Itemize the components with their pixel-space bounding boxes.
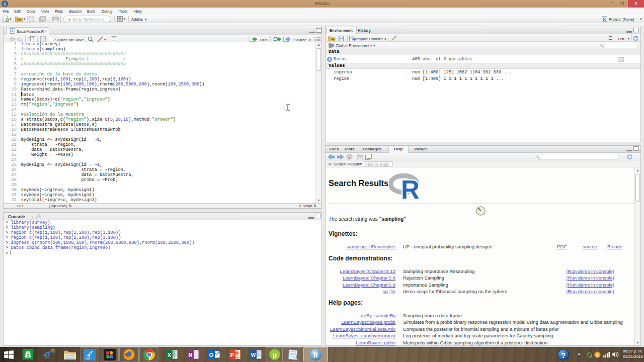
- svg-text:O: O: [209, 352, 214, 358]
- svg-text:R: R: [313, 351, 318, 359]
- svg-text:?: ?: [561, 351, 566, 359]
- svg-text:R: R: [4, 2, 7, 7]
- svg-text:N: N: [189, 352, 193, 358]
- svg-text:Kod: Kod: [86, 357, 90, 360]
- svg-text:G: G: [596, 352, 599, 357]
- svg-text:W: W: [251, 352, 256, 358]
- svg-text:X: X: [168, 352, 172, 358]
- svg-text:R: R: [603, 17, 606, 22]
- svg-text:P: P: [230, 352, 234, 358]
- svg-text:µ: µ: [273, 350, 277, 359]
- svg-text:R: R: [401, 175, 420, 200]
- svg-text:R: R: [12, 29, 14, 33]
